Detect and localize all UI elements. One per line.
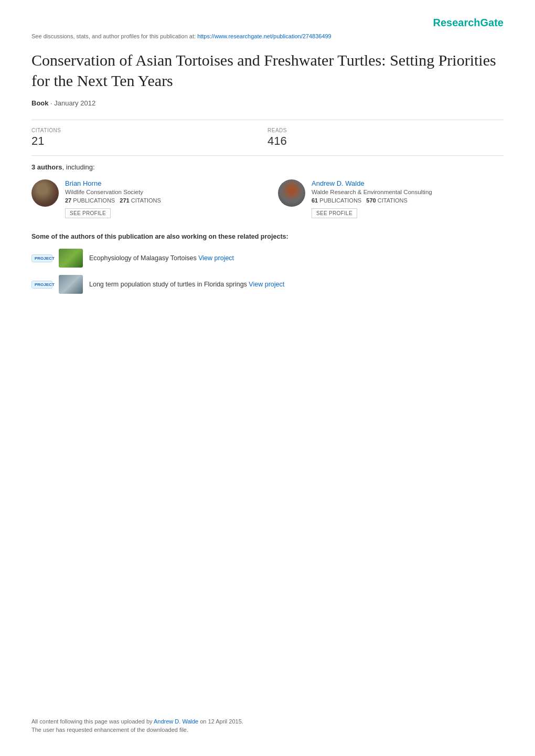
project-badge-2: Project	[31, 281, 52, 289]
citations-label: CITATIONS	[31, 127, 268, 133]
top-bar: ResearchGate	[31, 10, 504, 33]
project-view-link-2[interactable]: View project	[249, 281, 284, 288]
author-info-brian: Brian Horne Wildlife Conservation Societ…	[65, 179, 257, 218]
publication-meta: Book · January 2012	[31, 99, 504, 107]
see-discussions-notice: See discussions, stats, and author profi…	[31, 33, 504, 39]
authors-heading: 3 authors, including:	[31, 163, 504, 171]
researchgate-logo[interactable]: ResearchGate	[433, 17, 504, 29]
reads-label: READS	[268, 127, 504, 133]
author-name-andrew[interactable]: Andrew D. Walde	[312, 179, 504, 187]
stats-row: CITATIONS 21 READS 416	[31, 127, 504, 156]
project-item-2: Project Long term population study of tu…	[31, 275, 504, 294]
author-card-brian: Brian Horne Wildlife Conservation Societ…	[31, 179, 257, 218]
citations-stat: CITATIONS 21	[31, 127, 268, 148]
project-text-2: Long term population study of turtles in…	[89, 281, 284, 288]
publication-title: Conservation of Asian Tortoises and Fres…	[31, 50, 504, 91]
avatar-brian	[31, 179, 59, 207]
authors-grid: Brian Horne Wildlife Conservation Societ…	[31, 179, 504, 218]
project-badge-1: Project	[31, 254, 52, 262]
project-thumbnail-1	[59, 249, 83, 268]
author-name-brian[interactable]: Brian Horne	[65, 179, 257, 187]
citations-value: 21	[31, 134, 268, 148]
author-stats-andrew: 61 PUBLICATIONS 570 CITATIONS	[312, 197, 504, 204]
page-footer: All content following this page was uplo…	[31, 718, 504, 735]
see-profile-button-brian[interactable]: SEE PROFILE	[65, 208, 111, 218]
project-thumbnail-2	[59, 275, 83, 294]
stats-divider	[31, 120, 504, 120]
reads-value: 416	[268, 134, 504, 148]
reads-stat: READS 416	[268, 127, 504, 148]
footer-upload-info: All content following this page was uplo…	[31, 718, 504, 725]
project-item-1: Project Ecophysiology of Malagasy Tortoi…	[31, 249, 504, 268]
publication-link[interactable]: https://www.researchgate.net/publication…	[197, 33, 331, 39]
author-card-andrew: Andrew D. Walde Walde Research & Environ…	[278, 179, 504, 218]
footer-uploader-link[interactable]: Andrew D. Walde	[154, 718, 198, 725]
avatar-andrew	[278, 179, 305, 207]
see-profile-button-andrew[interactable]: SEE PROFILE	[312, 208, 357, 218]
author-affiliation-andrew: Walde Research & Environmental Consultin…	[312, 189, 504, 195]
related-projects-heading: Some of the authors of this publication …	[31, 233, 504, 240]
project-text-1: Ecophysiology of Malagasy Tortoises View…	[89, 254, 234, 262]
project-view-link-1[interactable]: View project	[198, 254, 234, 262]
author-info-andrew: Andrew D. Walde Walde Research & Environ…	[312, 179, 504, 218]
author-affiliation-brian: Wildlife Conservation Society	[65, 189, 257, 195]
footer-enhancement-notice: The user has requested enhancement of th…	[31, 727, 504, 733]
author-stats-brian: 27 PUBLICATIONS 271 CITATIONS	[65, 197, 257, 204]
